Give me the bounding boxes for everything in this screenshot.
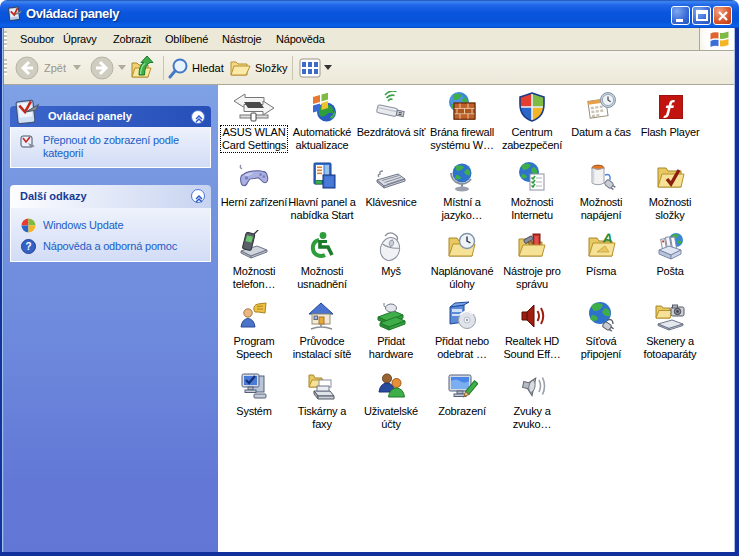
svg-text:?: ?: [26, 241, 32, 252]
